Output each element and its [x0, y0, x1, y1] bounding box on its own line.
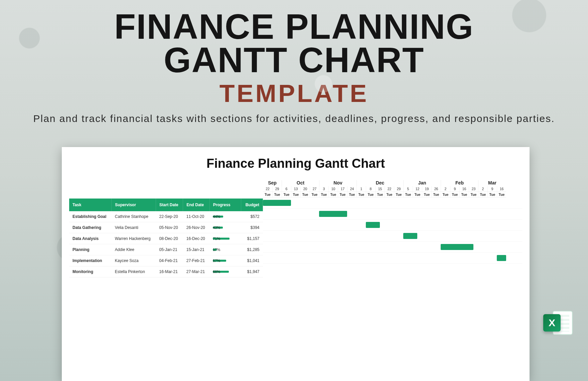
- timeline-day: 24: [347, 186, 356, 192]
- cell-budget: $1,285: [241, 244, 263, 255]
- timeline-day: 29: [394, 186, 403, 192]
- timeline-dow: Tue: [263, 192, 272, 198]
- cell-end: 15-Jan-21: [183, 244, 209, 255]
- table-row: Establishing GoalCathrine Stanhope22-Sep…: [69, 211, 263, 222]
- timeline-day: 15: [375, 186, 385, 192]
- timeline-day: 3: [319, 186, 328, 192]
- timeline-day: 10: [328, 186, 338, 192]
- timeline-dow: Tue: [356, 192, 366, 198]
- col-task: Task: [69, 199, 112, 211]
- timeline-dow: Tue: [366, 192, 375, 198]
- timeline-day: 17: [338, 186, 347, 192]
- cell-progress: 68%: [209, 266, 241, 277]
- timeline-day: 20: [300, 186, 310, 192]
- cell-budget: $1,157: [241, 233, 263, 244]
- spreadsheet-card: Finance Planning Gantt Chart Task Superv…: [62, 147, 530, 381]
- cell-start: 05-Jan-21: [156, 244, 183, 255]
- timeline-dow: Tue: [478, 192, 487, 198]
- timeline-day: 8: [366, 186, 375, 192]
- timeline-day: 2: [441, 186, 450, 192]
- timeline-dow: Tue: [413, 192, 422, 198]
- col-start: Start Date: [156, 199, 183, 211]
- timeline-day: 29: [272, 186, 282, 192]
- timeline-day: 16: [497, 186, 506, 192]
- timeline-day: 1: [356, 186, 366, 192]
- gantt-row: [263, 231, 522, 242]
- col-budget: Budget: [241, 199, 263, 211]
- timeline-day: 2: [478, 186, 487, 192]
- hero-title-template: TEMPLATE: [0, 79, 588, 108]
- cell-end: 16-Dec-20: [183, 233, 209, 244]
- timeline-dow: Tue: [300, 192, 310, 198]
- gantt-bar: [366, 222, 380, 228]
- timeline-month: Oct: [282, 180, 319, 186]
- timeline-dow: Tue: [310, 192, 319, 198]
- timeline-day: 13: [291, 186, 300, 192]
- table-row: Data AnalysisWarren Hackenberg08-Dec-201…: [69, 233, 263, 244]
- timeline-dow: Tue: [328, 192, 338, 198]
- gantt-bar: [403, 233, 417, 239]
- gantt-row: [263, 198, 522, 209]
- timeline-dow: Tue: [450, 192, 459, 198]
- timeline-dow: Tue: [441, 192, 450, 198]
- timeline-day: 5: [403, 186, 413, 192]
- timeline-day: 12: [413, 186, 422, 192]
- table-row: PlanningAddie Klee05-Jan-2115-Jan-2117%$…: [69, 244, 263, 255]
- timeline-dow: Tue: [394, 192, 403, 198]
- col-end: End Date: [183, 199, 209, 211]
- timeline-month: Sep: [263, 180, 282, 186]
- cell-progress: 57%: [209, 255, 241, 266]
- gantt-pane: SepOctNovDecJanFebMar 222961320273101724…: [263, 180, 522, 264]
- col-supervisor: Supervisor: [112, 199, 156, 211]
- cell-task: Monitoring: [69, 266, 112, 277]
- cell-start: 16-Mar-21: [156, 266, 183, 277]
- gantt-bar: [319, 211, 347, 217]
- timeline-day: 6: [282, 186, 291, 192]
- hero: FINANCE PLANNING GANTT CHART TEMPLATE Pl…: [0, 0, 588, 125]
- timeline-day: 22: [385, 186, 394, 192]
- table-header-row: Task Supervisor Start Date End Date Prog…: [69, 199, 263, 211]
- timeline-day: 9: [487, 186, 497, 192]
- cell-progress: 17%: [209, 244, 241, 255]
- timeline-header: SepOctNovDecJanFebMar 222961320273101724…: [263, 180, 522, 198]
- timeline-dow: Tue: [291, 192, 300, 198]
- cell-budget: $394: [241, 222, 263, 233]
- cell-supervisor: Cathrine Stanhope: [112, 211, 156, 222]
- gantt-row: [263, 220, 522, 231]
- timeline-day: 9: [450, 186, 459, 192]
- cell-end: 11-Oct-20: [183, 211, 209, 222]
- table-row: Data GatheringVelia Desanti05-Nov-2026-N…: [69, 222, 263, 233]
- cell-budget: $1,041: [241, 255, 263, 266]
- cell-supervisor: Kaycee Soza: [112, 255, 156, 266]
- timeline-dow: Tue: [319, 192, 328, 198]
- gantt-bar: [441, 244, 473, 250]
- cell-budget: $1,947: [241, 266, 263, 277]
- timeline-dow: Tue: [431, 192, 441, 198]
- gantt-row: [263, 242, 522, 253]
- timeline-dow: Tue: [385, 192, 394, 198]
- timeline-day: 16: [459, 186, 469, 192]
- timeline-dow: Tue: [403, 192, 413, 198]
- timeline-dow: Tue: [272, 192, 282, 198]
- gantt-row: [263, 253, 522, 264]
- task-table-pane: Task Supervisor Start Date End Date Prog…: [69, 180, 263, 277]
- cell-budget: $572: [241, 211, 263, 222]
- cell-supervisor: Estella Pinkerton: [112, 266, 156, 277]
- cell-start: 22-Sep-20: [156, 211, 183, 222]
- excel-icon: X: [543, 308, 573, 338]
- timeline-dow: Tue: [347, 192, 356, 198]
- timeline-dow: Tue: [338, 192, 347, 198]
- cell-task: Planning: [69, 244, 112, 255]
- cell-end: 27-Feb-21: [183, 255, 209, 266]
- timeline-dow: Tue: [469, 192, 478, 198]
- cell-end: 26-Nov-20: [183, 222, 209, 233]
- gantt-row: [263, 209, 522, 220]
- timeline-dow: Tue: [487, 192, 497, 198]
- task-table: Task Supervisor Start Date End Date Prog…: [69, 199, 263, 277]
- table-row: MonitoringEstella Pinkerton16-Mar-2127-M…: [69, 266, 263, 277]
- cell-progress: 71%: [209, 233, 241, 244]
- cell-progress: 43%: [209, 222, 241, 233]
- cell-progress: 44%: [209, 211, 241, 222]
- gantt-bar: [263, 200, 291, 206]
- timeline-day: 26: [431, 186, 441, 192]
